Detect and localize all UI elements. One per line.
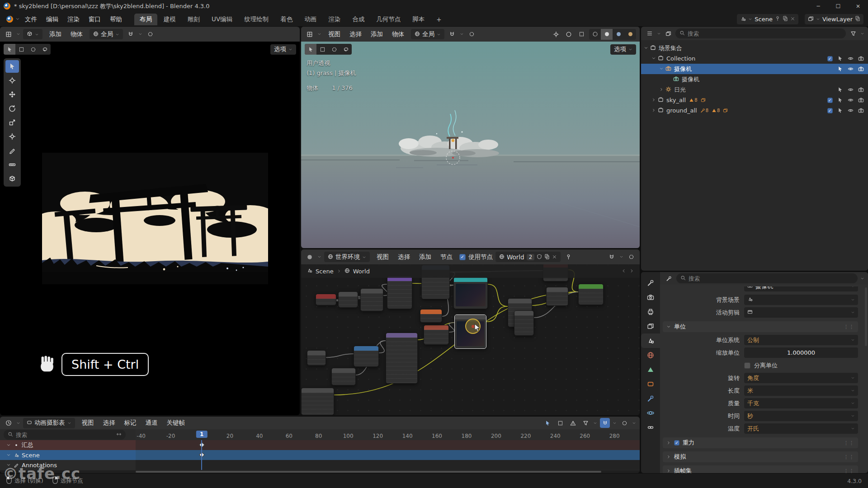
outliner-row[interactable]: 场景集合	[641, 43, 868, 53]
eye-toggle-icon[interactable]	[846, 66, 855, 72]
filter-icon[interactable]	[580, 418, 590, 428]
viewport-menu[interactable]: 添加	[367, 29, 387, 40]
scene-copy-icon[interactable]	[783, 16, 788, 23]
shader-node[interactable]	[301, 388, 334, 415]
snap-magnet-icon[interactable]	[447, 29, 457, 39]
shader-node[interactable]	[514, 310, 534, 336]
minimize-button[interactable]: ─	[808, 0, 828, 12]
display-mode-icon[interactable]	[663, 28, 673, 38]
camera-toggle-icon[interactable]	[857, 56, 865, 61]
shading-material-icon[interactable]	[613, 29, 624, 40]
node-editor-menu[interactable]: 节点	[436, 252, 457, 263]
ghost-frames-icon[interactable]	[555, 418, 565, 428]
menubar-menu[interactable]: 帮助	[106, 14, 126, 25]
scene-unlink-icon[interactable]	[790, 16, 795, 23]
viewlayer-selector[interactable]: ViewLayer	[805, 14, 863, 24]
current-frame-indicator[interactable]: 1	[196, 431, 207, 438]
properties-tab-world[interactable]	[641, 348, 660, 362]
snap-magnet-icon[interactable]	[607, 252, 617, 262]
outliner-search[interactable]	[675, 28, 846, 38]
id-field[interactable]	[744, 295, 858, 305]
workspace-tab[interactable]: 脚本	[407, 14, 430, 25]
menubar-menu[interactable]: 渲染	[63, 14, 84, 25]
shader-node[interactable]	[331, 368, 356, 385]
properties-tab-constraints[interactable]	[641, 420, 660, 435]
shader-node[interactable]	[420, 309, 442, 323]
add-workspace-button[interactable]: +	[431, 14, 447, 25]
dopesheet-menu[interactable]: 通道	[142, 418, 162, 428]
viewlayer-copy-icon[interactable]	[855, 16, 860, 23]
camera-toggle-icon[interactable]	[857, 66, 865, 72]
editor-type-icon[interactable]	[305, 29, 315, 39]
scale-tool[interactable]	[5, 116, 19, 129]
breadcrumb-scene[interactable]: Scene	[316, 268, 334, 275]
shader-node[interactable]	[578, 284, 604, 305]
workspace-tab[interactable]: UV编辑	[206, 14, 238, 25]
move-tool[interactable]	[5, 88, 19, 101]
viewport-menu[interactable]: 添加	[45, 29, 66, 40]
shading-solid-icon[interactable]	[601, 29, 613, 40]
editor-type-icon[interactable]	[664, 273, 674, 283]
camera-viewport[interactable]: 添加物体 全局 选项	[0, 27, 300, 415]
channel-row[interactable]: Annotations	[0, 460, 640, 470]
pointer-toggle-icon[interactable]	[836, 97, 844, 103]
outliner-row[interactable]: 摄像机	[641, 64, 868, 74]
workspace-tab[interactable]: 建模	[158, 14, 181, 25]
shader-node[interactable]	[546, 287, 568, 306]
pointer-toggle-icon[interactable]	[836, 56, 844, 61]
id-field[interactable]: 摄像机	[744, 286, 858, 291]
shader-node[interactable]	[387, 276, 412, 309]
长度-dropdown[interactable]: 米	[744, 385, 858, 396]
proportional-icon[interactable]	[619, 418, 629, 428]
snap-magnet-icon[interactable]	[126, 29, 136, 39]
use-nodes-checkbox[interactable]: ✓	[459, 254, 466, 260]
overlays-icon[interactable]	[626, 252, 636, 262]
node-editor-menu[interactable]: 选择	[394, 252, 414, 263]
expand-right-icon[interactable]	[659, 86, 664, 93]
unit-scale-field[interactable]: 1.000000	[744, 347, 858, 358]
eye-toggle-icon[interactable]	[846, 56, 855, 61]
properties-tab-view-layer[interactable]	[641, 319, 660, 333]
maximize-button[interactable]: ☐	[828, 0, 848, 12]
shader-type-dropdown[interactable]: 世界环境	[324, 252, 370, 262]
质量-dropdown[interactable]: 千克	[744, 398, 858, 408]
blender-menu-icon[interactable]	[5, 14, 14, 24]
only-selected-icon[interactable]	[542, 418, 552, 428]
dopesheet-menu[interactable]: 选择	[99, 418, 119, 428]
measure-tool[interactable]	[5, 158, 19, 171]
dopesheet-mode-dropdown[interactable]: 动画摄影表	[23, 418, 75, 428]
dopesheet-menu[interactable]: 视图	[78, 418, 98, 428]
shading-wireframe-icon[interactable]	[589, 29, 601, 40]
select-mode-circdash-icon[interactable]	[27, 44, 39, 55]
properties-tab-object-data[interactable]	[641, 362, 660, 377]
select-box-tool[interactable]	[5, 60, 19, 73]
properties-search[interactable]	[676, 273, 858, 283]
select-mode-boxdash-icon[interactable]	[316, 44, 328, 55]
section-模拟[interactable]: 模拟⋮⋮	[663, 451, 858, 462]
shading-rendered-icon[interactable]	[624, 29, 636, 40]
expand-down-icon[interactable]	[659, 66, 664, 72]
select-mode-boxdash-icon[interactable]	[15, 44, 27, 55]
outliner-row[interactable]: sky_all8✓	[641, 95, 868, 105]
pointer-toggle-icon[interactable]	[836, 87, 844, 93]
shader-node[interactable]	[338, 291, 358, 308]
new-copy-icon[interactable]	[544, 253, 550, 261]
show-overlays-icon[interactable]	[564, 29, 574, 39]
breadcrumb-world[interactable]: World	[353, 268, 370, 275]
viewport-menu[interactable]: 物体	[388, 29, 408, 40]
cursor-tool[interactable]	[5, 74, 19, 87]
旋转-dropdown[interactable]: 角度	[744, 373, 858, 383]
orientation-dropdown[interactable]: 全局	[90, 29, 123, 39]
viewport-menu[interactable]: 物体	[66, 29, 87, 40]
shader-node[interactable]	[424, 325, 449, 345]
eye-toggle-icon[interactable]	[846, 97, 855, 103]
proportional-edit-icon[interactable]	[467, 29, 476, 39]
properties-search-input[interactable]	[689, 275, 854, 282]
selectable-checkbox[interactable]: ✓	[826, 98, 834, 103]
filter-icon[interactable]	[848, 28, 858, 38]
shader-node[interactable]	[354, 346, 379, 367]
world-users-count[interactable]: 2	[527, 254, 535, 260]
expand-down-icon[interactable]	[644, 45, 648, 52]
editor-type-icon[interactable]	[305, 252, 315, 262]
workspace-tab[interactable]: 雕刻	[182, 14, 205, 25]
